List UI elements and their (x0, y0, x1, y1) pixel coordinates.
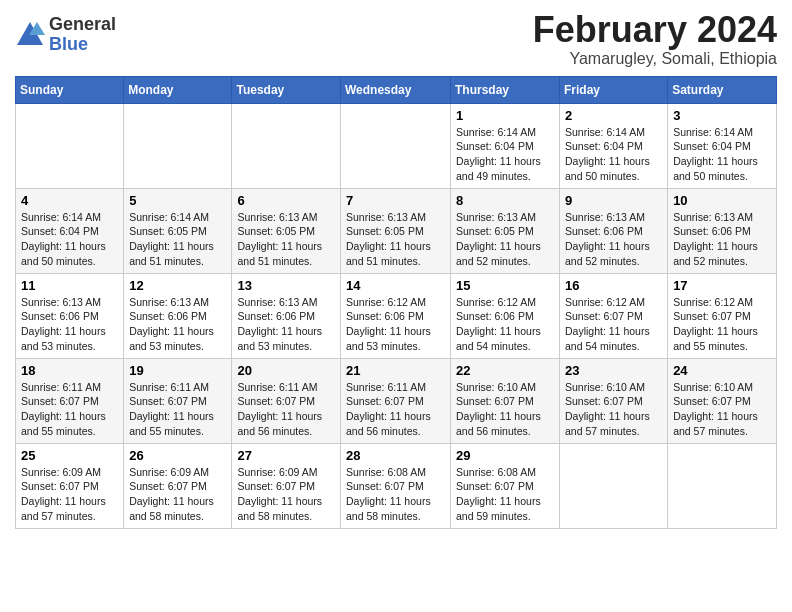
day-info: Sunrise: 6:13 AM Sunset: 6:06 PM Dayligh… (237, 295, 335, 354)
day-info: Sunrise: 6:09 AM Sunset: 6:07 PM Dayligh… (129, 465, 226, 524)
column-header-tuesday: Tuesday (232, 76, 341, 103)
calendar-table: SundayMondayTuesdayWednesdayThursdayFrid… (15, 76, 777, 529)
calendar-cell (232, 103, 341, 188)
column-header-saturday: Saturday (668, 76, 777, 103)
day-info: Sunrise: 6:14 AM Sunset: 6:04 PM Dayligh… (21, 210, 118, 269)
day-info: Sunrise: 6:13 AM Sunset: 6:06 PM Dayligh… (565, 210, 662, 269)
day-info: Sunrise: 6:12 AM Sunset: 6:07 PM Dayligh… (565, 295, 662, 354)
logo-general-text: General (49, 15, 116, 35)
day-info: Sunrise: 6:08 AM Sunset: 6:07 PM Dayligh… (346, 465, 445, 524)
calendar-cell: 23Sunrise: 6:10 AM Sunset: 6:07 PM Dayli… (560, 358, 668, 443)
day-number: 10 (673, 193, 771, 208)
day-number: 6 (237, 193, 335, 208)
day-number: 17 (673, 278, 771, 293)
day-number: 7 (346, 193, 445, 208)
day-info: Sunrise: 6:13 AM Sunset: 6:06 PM Dayligh… (21, 295, 118, 354)
day-number: 27 (237, 448, 335, 463)
calendar-cell (341, 103, 451, 188)
day-number: 29 (456, 448, 554, 463)
calendar-week-row: 1Sunrise: 6:14 AM Sunset: 6:04 PM Daylig… (16, 103, 777, 188)
calendar-cell: 22Sunrise: 6:10 AM Sunset: 6:07 PM Dayli… (451, 358, 560, 443)
calendar-cell: 16Sunrise: 6:12 AM Sunset: 6:07 PM Dayli… (560, 273, 668, 358)
day-number: 20 (237, 363, 335, 378)
day-number: 11 (21, 278, 118, 293)
calendar-cell: 18Sunrise: 6:11 AM Sunset: 6:07 PM Dayli… (16, 358, 124, 443)
day-number: 15 (456, 278, 554, 293)
calendar-cell: 24Sunrise: 6:10 AM Sunset: 6:07 PM Dayli… (668, 358, 777, 443)
month-year-title: February 2024 (533, 10, 777, 50)
day-info: Sunrise: 6:08 AM Sunset: 6:07 PM Dayligh… (456, 465, 554, 524)
day-number: 12 (129, 278, 226, 293)
calendar-cell: 4Sunrise: 6:14 AM Sunset: 6:04 PM Daylig… (16, 188, 124, 273)
calendar-cell: 19Sunrise: 6:11 AM Sunset: 6:07 PM Dayli… (124, 358, 232, 443)
day-info: Sunrise: 6:11 AM Sunset: 6:07 PM Dayligh… (21, 380, 118, 439)
day-info: Sunrise: 6:12 AM Sunset: 6:06 PM Dayligh… (346, 295, 445, 354)
day-number: 28 (346, 448, 445, 463)
day-info: Sunrise: 6:13 AM Sunset: 6:06 PM Dayligh… (129, 295, 226, 354)
day-number: 24 (673, 363, 771, 378)
calendar-cell (16, 103, 124, 188)
day-number: 14 (346, 278, 445, 293)
logo: General Blue (15, 15, 116, 55)
calendar-cell: 27Sunrise: 6:09 AM Sunset: 6:07 PM Dayli… (232, 443, 341, 528)
day-info: Sunrise: 6:10 AM Sunset: 6:07 PM Dayligh… (673, 380, 771, 439)
column-header-friday: Friday (560, 76, 668, 103)
calendar-cell: 15Sunrise: 6:12 AM Sunset: 6:06 PM Dayli… (451, 273, 560, 358)
day-number: 21 (346, 363, 445, 378)
calendar-cell: 7Sunrise: 6:13 AM Sunset: 6:05 PM Daylig… (341, 188, 451, 273)
day-info: Sunrise: 6:12 AM Sunset: 6:07 PM Dayligh… (673, 295, 771, 354)
day-info: Sunrise: 6:14 AM Sunset: 6:04 PM Dayligh… (456, 125, 554, 184)
day-number: 16 (565, 278, 662, 293)
column-header-thursday: Thursday (451, 76, 560, 103)
calendar-week-row: 4Sunrise: 6:14 AM Sunset: 6:04 PM Daylig… (16, 188, 777, 273)
location-subtitle: Yamarugley, Somali, Ethiopia (533, 50, 777, 68)
day-info: Sunrise: 6:13 AM Sunset: 6:05 PM Dayligh… (456, 210, 554, 269)
day-info: Sunrise: 6:14 AM Sunset: 6:04 PM Dayligh… (673, 125, 771, 184)
calendar-cell: 5Sunrise: 6:14 AM Sunset: 6:05 PM Daylig… (124, 188, 232, 273)
page-header: General Blue February 2024 Yamarugley, S… (15, 10, 777, 68)
calendar-cell: 13Sunrise: 6:13 AM Sunset: 6:06 PM Dayli… (232, 273, 341, 358)
title-section: February 2024 Yamarugley, Somali, Ethiop… (533, 10, 777, 68)
day-info: Sunrise: 6:14 AM Sunset: 6:05 PM Dayligh… (129, 210, 226, 269)
logo-icon (15, 20, 45, 50)
day-info: Sunrise: 6:11 AM Sunset: 6:07 PM Dayligh… (346, 380, 445, 439)
calendar-cell: 17Sunrise: 6:12 AM Sunset: 6:07 PM Dayli… (668, 273, 777, 358)
calendar-cell: 6Sunrise: 6:13 AM Sunset: 6:05 PM Daylig… (232, 188, 341, 273)
day-info: Sunrise: 6:10 AM Sunset: 6:07 PM Dayligh… (565, 380, 662, 439)
day-number: 13 (237, 278, 335, 293)
day-info: Sunrise: 6:10 AM Sunset: 6:07 PM Dayligh… (456, 380, 554, 439)
calendar-week-row: 25Sunrise: 6:09 AM Sunset: 6:07 PM Dayli… (16, 443, 777, 528)
day-info: Sunrise: 6:13 AM Sunset: 6:05 PM Dayligh… (346, 210, 445, 269)
day-number: 3 (673, 108, 771, 123)
day-info: Sunrise: 6:13 AM Sunset: 6:05 PM Dayligh… (237, 210, 335, 269)
day-info: Sunrise: 6:11 AM Sunset: 6:07 PM Dayligh… (129, 380, 226, 439)
column-header-wednesday: Wednesday (341, 76, 451, 103)
day-number: 8 (456, 193, 554, 208)
day-number: 2 (565, 108, 662, 123)
calendar-cell: 21Sunrise: 6:11 AM Sunset: 6:07 PM Dayli… (341, 358, 451, 443)
calendar-week-row: 18Sunrise: 6:11 AM Sunset: 6:07 PM Dayli… (16, 358, 777, 443)
calendar-cell: 9Sunrise: 6:13 AM Sunset: 6:06 PM Daylig… (560, 188, 668, 273)
column-header-monday: Monday (124, 76, 232, 103)
day-info: Sunrise: 6:11 AM Sunset: 6:07 PM Dayligh… (237, 380, 335, 439)
calendar-cell: 25Sunrise: 6:09 AM Sunset: 6:07 PM Dayli… (16, 443, 124, 528)
day-number: 4 (21, 193, 118, 208)
day-number: 23 (565, 363, 662, 378)
calendar-cell: 29Sunrise: 6:08 AM Sunset: 6:07 PM Dayli… (451, 443, 560, 528)
day-number: 18 (21, 363, 118, 378)
day-number: 5 (129, 193, 226, 208)
logo-blue-text: Blue (49, 35, 116, 55)
calendar-cell: 8Sunrise: 6:13 AM Sunset: 6:05 PM Daylig… (451, 188, 560, 273)
day-number: 9 (565, 193, 662, 208)
calendar-week-row: 11Sunrise: 6:13 AM Sunset: 6:06 PM Dayli… (16, 273, 777, 358)
day-number: 25 (21, 448, 118, 463)
calendar-cell: 10Sunrise: 6:13 AM Sunset: 6:06 PM Dayli… (668, 188, 777, 273)
day-info: Sunrise: 6:09 AM Sunset: 6:07 PM Dayligh… (21, 465, 118, 524)
day-number: 19 (129, 363, 226, 378)
calendar-cell: 1Sunrise: 6:14 AM Sunset: 6:04 PM Daylig… (451, 103, 560, 188)
calendar-cell: 3Sunrise: 6:14 AM Sunset: 6:04 PM Daylig… (668, 103, 777, 188)
day-info: Sunrise: 6:13 AM Sunset: 6:06 PM Dayligh… (673, 210, 771, 269)
calendar-cell (560, 443, 668, 528)
day-number: 26 (129, 448, 226, 463)
calendar-cell: 28Sunrise: 6:08 AM Sunset: 6:07 PM Dayli… (341, 443, 451, 528)
